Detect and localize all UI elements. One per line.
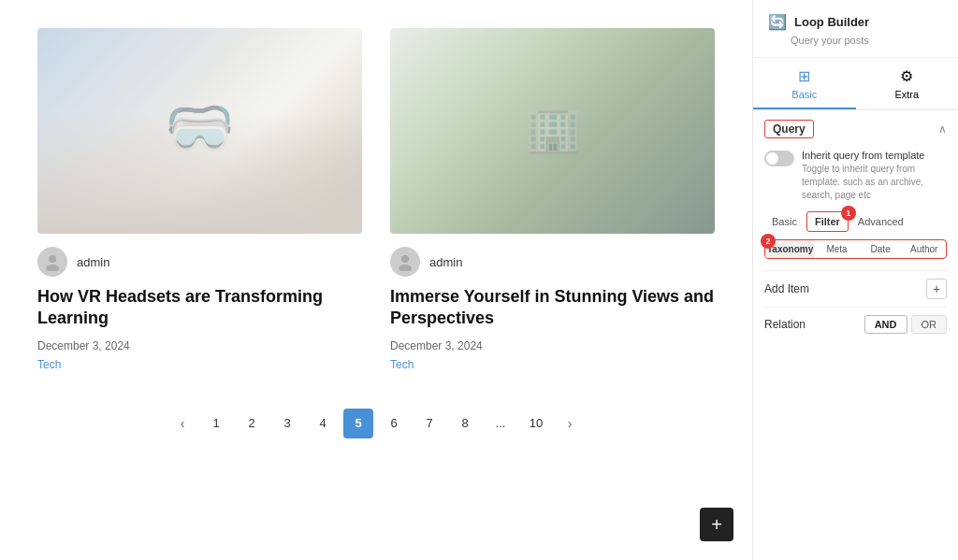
filter-tabs-container: 2 Taxonomy Meta Date Author	[764, 239, 947, 259]
add-item-label: Add Item	[764, 282, 809, 295]
avatar-1	[37, 247, 67, 277]
add-floating-button[interactable]: +	[700, 508, 733, 541]
extra-tab-icon: ⚙	[900, 67, 913, 85]
basic-tab-label: Basic	[791, 89, 817, 100]
posts-grid: admin How VR Headsets are Transforming L…	[37, 28, 715, 371]
query-section: Query ∧ Inherit query from template Togg…	[753, 110, 958, 351]
sub-tab-basic[interactable]: Basic	[764, 211, 805, 232]
pagination: ‹ 1 2 3 4 5 6 7 8 ... 10 ›	[37, 399, 715, 448]
filter-tabs: Taxonomy Meta Date Author	[764, 239, 947, 259]
page-10-button[interactable]: 10	[521, 409, 551, 438]
post-card-1: admin How VR Headsets are Transforming L…	[37, 28, 362, 371]
extra-tab-label: Extra	[894, 89, 919, 100]
page-5-button[interactable]: 5	[343, 409, 373, 438]
svg-point-0	[49, 255, 56, 263]
page-3-button[interactable]: 3	[272, 409, 302, 438]
svg-point-1	[46, 265, 59, 271]
sub-tab-advanced[interactable]: Advanced	[850, 212, 911, 231]
next-page-button[interactable]: ›	[557, 410, 583, 437]
panel-title: Loop Builder	[794, 15, 869, 29]
filter-tab-badge-container: Filter 1	[806, 211, 849, 232]
page-6-button[interactable]: 6	[379, 409, 409, 438]
inherit-toggle-switch[interactable]	[764, 151, 794, 166]
post-title-1: How VR Headsets are Transforming Learnin…	[37, 286, 362, 330]
sub-tabs: Basic Filter 1 Advanced	[764, 211, 947, 232]
svg-point-3	[399, 265, 412, 271]
add-item-button[interactable]: +	[926, 279, 947, 299]
post-date-2: December 3, 2024	[390, 339, 715, 352]
basic-tab-icon: ⊞	[798, 67, 810, 85]
filter-tab-author[interactable]: Author	[902, 240, 946, 258]
page-2-button[interactable]: 2	[237, 409, 267, 438]
page-4-button[interactable]: 4	[308, 409, 338, 438]
add-item-row: Add Item +	[764, 270, 947, 307]
query-chevron-icon[interactable]: ∧	[938, 122, 947, 136]
panel-header: 🔄 Loop Builder Query your posts	[753, 0, 958, 58]
relation-buttons: AND OR	[864, 315, 947, 334]
page-8-button[interactable]: 8	[450, 409, 480, 438]
post-meta-2: admin	[390, 247, 715, 277]
query-header: Query ∧	[764, 120, 947, 138]
tab-extra[interactable]: ⚙ Extra	[856, 58, 959, 109]
prev-page-button[interactable]: ‹	[169, 410, 196, 437]
relation-row: Relation AND OR	[764, 307, 947, 341]
author-name-2: admin	[429, 255, 462, 269]
filter-tab-meta[interactable]: Meta	[815, 240, 859, 258]
filter-tabs-badge-2: 2	[761, 234, 776, 249]
query-label: Query	[764, 120, 814, 138]
relation-or-button[interactable]: OR	[911, 315, 948, 334]
post-title-2: Immerse Yourself in Stunning Views and P…	[390, 286, 715, 330]
advanced-tab-badge-container: Advanced	[850, 211, 911, 232]
author-name-1: admin	[77, 255, 109, 269]
svg-point-2	[401, 255, 409, 263]
post-image-office	[390, 28, 715, 234]
inherit-toggle-label: Inherit query from template	[802, 150, 947, 161]
post-category-1[interactable]: Tech	[37, 358, 362, 371]
inherit-toggle-description: Toggle to inherit query from template. s…	[802, 163, 947, 202]
panel-subtitle: Query your posts	[791, 35, 943, 46]
inherit-toggle-text-block: Inherit query from template Toggle to in…	[802, 150, 947, 202]
page-1-button[interactable]: 1	[201, 409, 231, 438]
inherit-toggle-row: Inherit query from template Toggle to in…	[764, 150, 947, 202]
relation-label: Relation	[764, 318, 806, 331]
panel-header-top: 🔄 Loop Builder	[768, 13, 943, 31]
avatar-2	[390, 247, 420, 277]
post-category-2[interactable]: Tech	[390, 358, 715, 371]
tab-basic[interactable]: ⊞ Basic	[753, 58, 856, 109]
main-tabs: ⊞ Basic ⚙ Extra	[753, 58, 958, 110]
loop-builder-icon: 🔄	[768, 13, 787, 31]
post-meta-1: admin	[37, 247, 362, 277]
sidebar-panel: 🔄 Loop Builder Query your posts ⊞ Basic …	[752, 0, 958, 560]
post-date-1: December 3, 2024	[37, 339, 362, 352]
filter-tab-date[interactable]: Date	[859, 240, 903, 258]
page-7-button[interactable]: 7	[414, 409, 444, 438]
page-ellipsis: ...	[486, 409, 515, 438]
post-image-vr	[37, 28, 362, 234]
main-content: admin How VR Headsets are Transforming L…	[0, 0, 752, 560]
post-card-2: admin Immerse Yourself in Stunning Views…	[390, 28, 715, 371]
relation-and-button[interactable]: AND	[864, 315, 907, 334]
